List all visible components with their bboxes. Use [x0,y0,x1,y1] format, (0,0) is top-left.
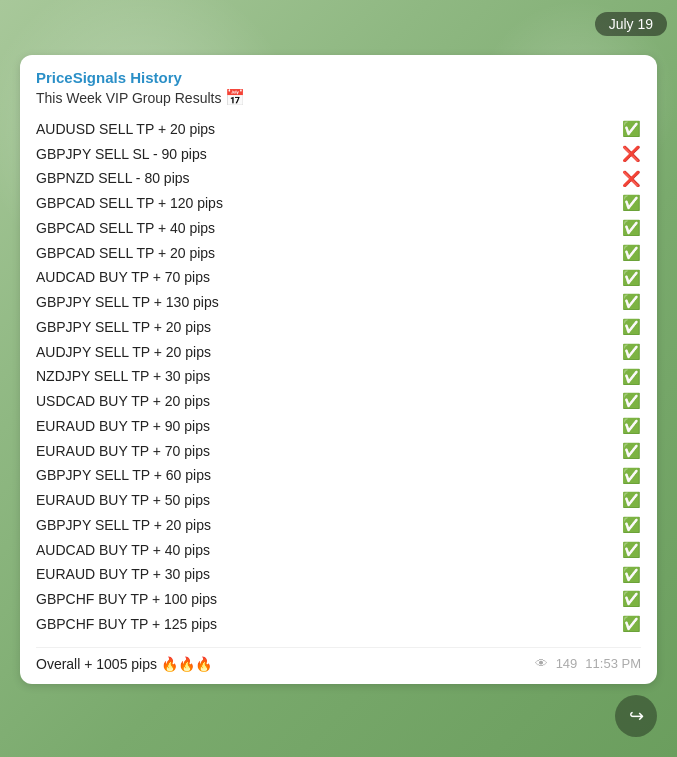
trade-text: AUDCAD BUY TP + 70 pips [36,266,618,289]
trade-list-item: GBPJPY SELL TP + 60 pips✅ [36,464,641,489]
footer-meta: 👁 149 11:53 PM [535,656,641,671]
calendar-emoji: 📅 [225,88,245,107]
checkmark-icon: ✅ [622,414,641,439]
trade-text: EURAUD BUY TP + 50 pips [36,489,618,512]
checkmark-icon: ✅ [622,365,641,390]
trade-text: GBPNZD SELL - 80 pips [36,167,618,190]
trade-list-item: AUDJPY SELL TP + 20 pips✅ [36,340,641,365]
trade-text: GBPCAD SELL TP + 120 pips [36,192,618,215]
x-icon: ❌ [622,142,641,167]
overall-result: Overall + 1005 pips 🔥🔥🔥 [36,656,212,672]
checkmark-icon: ✅ [622,389,641,414]
trade-list-item: GBPJPY SELL TP + 20 pips✅ [36,513,641,538]
checkmark-icon: ✅ [622,612,641,637]
checkmark-icon: ✅ [622,513,641,538]
trade-list-item: AUDCAD BUY TP + 70 pips✅ [36,266,641,291]
checkmark-icon: ✅ [622,315,641,340]
checkmark-icon: ✅ [622,117,641,142]
checkmark-icon: ✅ [622,290,641,315]
trade-list-item: EURAUD BUY TP + 70 pips✅ [36,439,641,464]
trade-list-item: GBPJPY SELL SL - 90 pips❌ [36,142,641,167]
trade-text: GBPCHF BUY TP + 125 pips [36,613,618,636]
trade-list-item: AUDUSD SELL TP + 20 pips✅ [36,117,641,142]
trade-text: GBPJPY SELL SL - 90 pips [36,143,618,166]
date-badge: July 19 [595,12,667,36]
trade-list-item: NZDJPY SELL TP + 30 pips✅ [36,365,641,390]
trade-list-item: EURAUD BUY TP + 90 pips✅ [36,414,641,439]
trade-text: USDCAD BUY TP + 20 pips [36,390,618,413]
eye-icon: 👁 [535,656,548,671]
trade-text: GBPCAD SELL TP + 40 pips [36,217,618,240]
trade-text: AUDJPY SELL TP + 20 pips [36,341,618,364]
trade-text: GBPJPY SELL TP + 20 pips [36,316,618,339]
trade-list-item: GBPCHF BUY TP + 125 pips✅ [36,612,641,637]
message-header: PriceSignals History [36,69,641,86]
trade-text: EURAUD BUY TP + 70 pips [36,440,618,463]
checkmark-icon: ✅ [622,191,641,216]
checkmark-icon: ✅ [622,563,641,588]
timestamp: 11:53 PM [585,656,641,671]
subtitle-text: This Week VIP Group Results [36,90,221,106]
checkmark-icon: ✅ [622,464,641,489]
trade-text: GBPJPY SELL TP + 130 pips [36,291,618,314]
trade-text: GBPJPY SELL TP + 60 pips [36,464,618,487]
x-icon: ❌ [622,167,641,192]
trade-list-item: GBPNZD SELL - 80 pips❌ [36,167,641,192]
checkmark-icon: ✅ [622,266,641,291]
trade-list: AUDUSD SELL TP + 20 pips✅GBPJPY SELL SL … [36,117,641,637]
trade-list-item: GBPCAD SELL TP + 120 pips✅ [36,191,641,216]
trade-text: GBPCHF BUY TP + 100 pips [36,588,618,611]
trade-list-item: GBPCHF BUY TP + 100 pips✅ [36,587,641,612]
trade-text: AUDCAD BUY TP + 40 pips [36,539,618,562]
trade-list-item: GBPJPY SELL TP + 130 pips✅ [36,290,641,315]
trade-list-item: AUDCAD BUY TP + 40 pips✅ [36,538,641,563]
forward-button[interactable]: ↪ [615,695,657,737]
checkmark-icon: ✅ [622,538,641,563]
checkmark-icon: ✅ [622,587,641,612]
message-footer: Overall + 1005 pips 🔥🔥🔥 👁 149 11:53 PM [36,647,641,672]
trade-text: GBPJPY SELL TP + 20 pips [36,514,618,537]
trade-text: NZDJPY SELL TP + 30 pips [36,365,618,388]
trade-list-item: USDCAD BUY TP + 20 pips✅ [36,389,641,414]
trade-text: EURAUD BUY TP + 30 pips [36,563,618,586]
trade-text: AUDUSD SELL TP + 20 pips [36,118,618,141]
forward-icon: ↪ [629,705,644,727]
checkmark-icon: ✅ [622,488,641,513]
trade-list-item: GBPJPY SELL TP + 20 pips✅ [36,315,641,340]
trade-text: EURAUD BUY TP + 90 pips [36,415,618,438]
view-count: 149 [556,656,578,671]
trade-list-item: EURAUD BUY TP + 30 pips✅ [36,563,641,588]
checkmark-icon: ✅ [622,241,641,266]
trade-list-item: GBPCAD SELL TP + 20 pips✅ [36,241,641,266]
trade-text: GBPCAD SELL TP + 20 pips [36,242,618,265]
message-subtitle: This Week VIP Group Results 📅 [36,88,641,107]
checkmark-icon: ✅ [622,439,641,464]
checkmark-icon: ✅ [622,216,641,241]
trade-list-item: GBPCAD SELL TP + 40 pips✅ [36,216,641,241]
checkmark-icon: ✅ [622,340,641,365]
message-bubble: PriceSignals History This Week VIP Group… [20,55,657,684]
trade-list-item: EURAUD BUY TP + 50 pips✅ [36,488,641,513]
